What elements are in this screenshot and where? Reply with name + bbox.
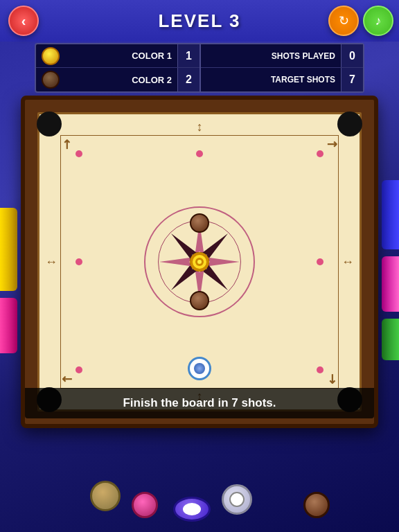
target-shots-value: 7 [341,68,363,91]
target-shots-label: TARGET SHOTS [201,75,341,85]
deco-pink [0,298,17,353]
piece-brown-top [190,213,209,233]
score-right: SHOTS PLAYED 0 TARGET SHOTS 7 [200,44,363,91]
board-container[interactable]: ↕ ↕ ↔ ↔ ↗ ↗ ↗ ↗ [21,96,378,428]
color2-label: COLOR 2 [65,75,177,85]
dot-top-mid [196,150,203,157]
svg-marker-6 [159,257,195,267]
bottom-piece-3 [173,497,211,522]
refresh-button[interactable]: ↻ [328,6,359,36]
striker[interactable] [188,357,211,380]
message-text: Finish the board in 7 shots. [123,396,276,410]
level-title: LEVEL 3 [158,10,240,32]
bottom-piece-4-inner [229,492,245,507]
coin1-icon [42,47,60,65]
dot-bl [76,366,82,373]
deco-green-right [382,319,399,360]
color1-row: COLOR 1 1 [36,44,200,68]
target-shots-row: TARGET SHOTS 7 [201,68,363,91]
header: ‹ LEVEL 3 ↻ ♪ [0,0,399,42]
bottom-piece-2 [132,492,158,518]
bottom-piece-4 [222,484,252,515]
svg-point-12 [197,260,202,264]
deco-yellow [0,208,17,291]
color2-value: 2 [177,68,200,91]
arrow-left: ↔ [45,255,57,269]
striker-inner [194,363,205,374]
shots-played-value: 0 [341,44,363,67]
shots-played-label: SHOTS PLAYED [201,51,341,61]
arrow-top: ↕ [197,120,203,134]
carrom-board[interactable]: ↕ ↕ ↔ ↔ ↗ ↗ ↗ ↗ [37,112,362,411]
pocket-top-right [337,112,362,136]
music-button[interactable]: ♪ [363,6,393,36]
dot-br [317,366,323,373]
bottom-piece-3-inner [183,503,201,515]
message-bar: Finish the board in 7 shots. [25,388,374,418]
arrow-right: ↔ [342,255,354,269]
dot-tl [76,150,82,157]
deco-pink-right [382,256,399,312]
color2-row: COLOR 2 2 [36,68,200,91]
color1-label: COLOR 1 [65,51,177,61]
dot-left-mid [76,258,82,265]
score-left: COLOR 1 1 COLOR 2 2 [36,44,200,91]
pocket-top-left [37,112,62,136]
color1-value: 1 [177,44,200,67]
shots-played-row: SHOTS PLAYED 0 [201,44,363,68]
dot-right-mid [317,258,323,265]
piece-brown-bottom [190,291,209,310]
back-button[interactable]: ‹ [8,6,39,36]
dot-tr [317,150,323,157]
coin2-icon [42,71,60,89]
deco-blue-right [382,180,399,249]
score-panel: COLOR 1 1 COLOR 2 2 SHOTS PLAYED 0 TARGE… [35,43,364,93]
bottom-piece-5 [303,492,330,518]
bottom-piece-1 [90,481,121,511]
svg-marker-2 [204,257,240,267]
